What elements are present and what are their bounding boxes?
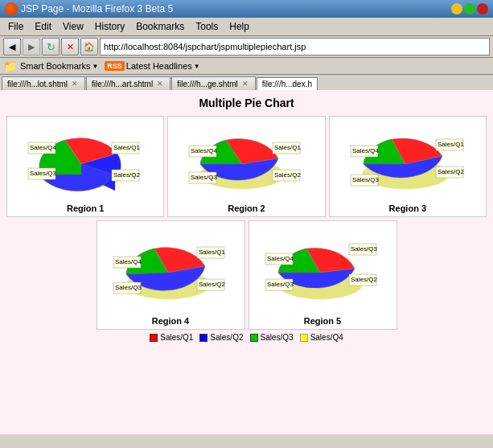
region-1-label: Region 1	[67, 203, 104, 213]
tab-2-close[interactable]: ✕	[240, 79, 250, 88]
pie-chart-5: Sales/Q3 Sales/Q2 Sales/Q3 Sales/Q4	[262, 224, 383, 313]
forward-button[interactable]: ▶	[23, 38, 40, 55]
svg-text:Sales/Q4: Sales/Q4	[30, 144, 56, 151]
legend: Sales/Q1 Sales/Q2 Sales/Q3 Sales/Q4	[6, 333, 487, 342]
pie-chart-4: Sales/Q1 Sales/Q2 Sales/Q3 Sales/Q4	[110, 224, 231, 313]
menu-file[interactable]: File	[3, 19, 28, 34]
nav-bar: ◀ ▶ ↻ ✕ 🏠 http://localhost:8084/jspchart…	[0, 36, 493, 58]
svg-text:Sales/Q2: Sales/Q2	[274, 171, 301, 179]
tab-3[interactable]: file:///h...dex.h	[257, 77, 318, 90]
svg-text:Sales/Q2: Sales/Q2	[199, 281, 225, 288]
minimize-button[interactable]	[451, 3, 462, 14]
smart-bookmarks-arrow: ▼	[92, 63, 98, 70]
close-button[interactable]	[477, 3, 488, 14]
svg-text:Sales/Q3: Sales/Q3	[30, 170, 56, 177]
tab-0[interactable]: file:///h...lot.shtml ✕	[2, 76, 85, 90]
tab-0-label: file:///h...lot.shtml	[7, 80, 68, 88]
svg-text:Sales/Q2: Sales/Q2	[351, 276, 377, 283]
svg-text:Sales/Q2: Sales/Q2	[113, 171, 140, 179]
svg-text:Sales/Q3: Sales/Q3	[191, 174, 217, 181]
legend-label-q2: Sales/Q2	[210, 333, 243, 342]
tab-1-close[interactable]: ✕	[155, 79, 165, 88]
svg-text:Sales/Q1: Sales/Q1	[438, 141, 464, 148]
chart-region-4: Sales/Q1 Sales/Q2 Sales/Q3 Sales/Q4 Regi…	[97, 220, 245, 330]
region-3-label: Region 3	[389, 203, 426, 213]
tab-0-close[interactable]: ✕	[70, 79, 80, 88]
tab-2[interactable]: file:///h...ge.shtml ✕	[171, 76, 256, 90]
svg-text:Sales/Q3: Sales/Q3	[115, 284, 142, 291]
menu-help[interactable]: Help	[224, 19, 254, 34]
content-area: Multiple Pie Chart Sales/Q1	[0, 90, 493, 434]
reload-button[interactable]: ↻	[42, 38, 60, 55]
menu-edit[interactable]: Edit	[30, 19, 56, 34]
latest-headlines[interactable]: RSS Latest Headlines ▼	[105, 61, 199, 71]
region-4-label: Region 4	[152, 316, 189, 326]
bottom-chart-row: Sales/Q1 Sales/Q2 Sales/Q3 Sales/Q4 Regi…	[6, 220, 487, 330]
title-bar: JSP Page - Mozilla Firefox 3 Beta 5	[0, 0, 493, 18]
legend-color-q2	[199, 334, 207, 342]
legend-color-q4	[300, 334, 308, 342]
legend-q4: Sales/Q4	[300, 333, 343, 342]
tab-1[interactable]: file:///h...art.shtml ✕	[86, 76, 170, 90]
svg-text:Sales/Q2: Sales/Q2	[438, 168, 464, 175]
svg-text:Sales/Q3: Sales/Q3	[267, 281, 294, 288]
legend-label-q4: Sales/Q4	[310, 333, 343, 342]
svg-text:Sales/Q1: Sales/Q1	[199, 249, 225, 256]
menu-tools[interactable]: Tools	[191, 19, 223, 34]
top-chart-row: Sales/Q1 Sales/Q2 Sales/Q3 Sales/Q4 Regi…	[6, 116, 487, 217]
menu-view[interactable]: View	[58, 19, 88, 34]
legend-color-q1	[150, 334, 158, 342]
legend-q1: Sales/Q1	[150, 333, 193, 342]
folder-icon: 📁	[3, 60, 17, 72]
back-button[interactable]: ◀	[3, 38, 21, 55]
menu-bookmarks[interactable]: Bookmarks	[131, 19, 189, 34]
rss-icon: RSS	[105, 61, 125, 71]
svg-text:Sales/Q1: Sales/Q1	[274, 144, 301, 151]
legend-q2: Sales/Q2	[199, 333, 243, 342]
svg-text:Sales/Q4: Sales/Q4	[267, 255, 294, 262]
tabs-bar: file:///h...lot.shtml ✕ file:///h...art.…	[0, 75, 493, 90]
chart-region-5: Sales/Q3 Sales/Q2 Sales/Q3 Sales/Q4 Regi…	[249, 220, 397, 330]
menu-bar: File Edit View History Bookmarks Tools H…	[0, 18, 493, 36]
tab-2-label: file:///h...ge.shtml	[177, 80, 238, 88]
bookmarks-bar: 📁 Smart Bookmarks ▼ RSS Latest Headlines…	[0, 58, 493, 75]
stop-button[interactable]: ✕	[61, 38, 79, 55]
maximize-button[interactable]	[464, 3, 475, 14]
legend-q3: Sales/Q3	[250, 333, 294, 342]
svg-text:Sales/Q4: Sales/Q4	[115, 258, 142, 265]
latest-headlines-label: Latest Headlines	[126, 61, 192, 71]
svg-text:Sales/Q4: Sales/Q4	[352, 147, 379, 154]
legend-label-q1: Sales/Q1	[160, 333, 193, 342]
chart-region-1: Sales/Q1 Sales/Q2 Sales/Q3 Sales/Q4 Regi…	[6, 116, 164, 217]
tab-3-label: file:///h...dex.h	[262, 80, 312, 88]
svg-text:Sales/Q3: Sales/Q3	[351, 245, 377, 253]
window-title: JSP Page - Mozilla Firefox 3 Beta 5	[21, 3, 173, 14]
pie-chart-3: Sales/Q1 Sales/Q2 Sales/Q3 Sales/Q4	[347, 120, 468, 200]
url-text: http://localhost:8084/jspchart/jspmultip…	[104, 42, 306, 51]
svg-text:Sales/Q3: Sales/Q3	[352, 176, 379, 183]
chart-region-2: Sales/Q1 Sales/Q2 Sales/Q3 Sales/Q4 Regi…	[167, 116, 325, 217]
page-title: Multiple Pie Chart	[6, 97, 487, 109]
latest-headlines-arrow: ▼	[194, 63, 200, 70]
home-button[interactable]: 🏠	[80, 38, 98, 55]
region-2-label: Region 2	[228, 203, 265, 213]
menu-history[interactable]: History	[90, 19, 129, 34]
pie-chart-2: Sales/Q1 Sales/Q2 Sales/Q3 Sales/Q4	[186, 120, 306, 200]
address-bar[interactable]: http://localhost:8084/jspchart/jspmultip…	[100, 38, 490, 55]
tab-1-label: file:///h...art.shtml	[92, 80, 153, 88]
firefox-icon	[5, 2, 18, 15]
pie-chart-1: Sales/Q1 Sales/Q2 Sales/Q3 Sales/Q4	[25, 120, 146, 200]
smart-bookmarks[interactable]: 📁 Smart Bookmarks ▼	[3, 60, 98, 72]
chart-region-3: Sales/Q1 Sales/Q2 Sales/Q3 Sales/Q4 Regi…	[329, 116, 487, 217]
legend-color-q3	[250, 334, 258, 342]
svg-text:Sales/Q4: Sales/Q4	[191, 147, 217, 154]
legend-label-q3: Sales/Q3	[261, 333, 294, 342]
region-5-label: Region 5	[304, 316, 341, 326]
svg-text:Sales/Q1: Sales/Q1	[113, 144, 140, 151]
smart-bookmarks-label: Smart Bookmarks	[20, 61, 90, 71]
